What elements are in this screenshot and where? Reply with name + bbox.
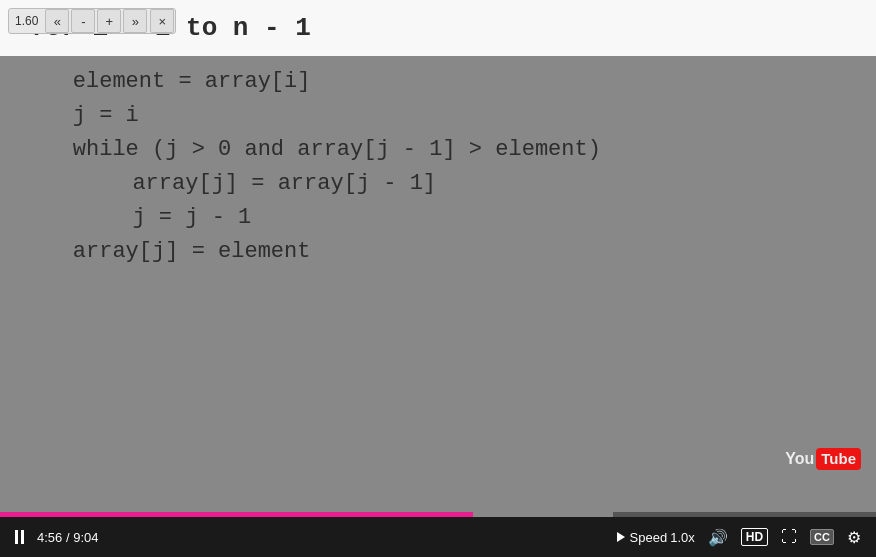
speed-triangle-icon [617,532,625,542]
toolbar-close-button[interactable]: × [150,9,174,33]
fullscreen-icon: ⛶ [781,528,797,546]
code-line-7: array[j] = element [20,235,876,269]
toolbar-minus-button[interactable]: - [71,9,95,33]
time-current: 4:56 [37,530,62,545]
code-line-2: element = array[i] [20,65,876,99]
toolbar-version: 1.60 [9,14,44,28]
youtube-you: You [785,450,814,468]
pause-bar-left [15,530,18,544]
video-container: 1.60 « - + » × for i = 1 to n - 1 elemen… [0,0,876,557]
hd-button[interactable]: HD [741,528,768,546]
time-total: 9:04 [73,530,98,545]
volume-button[interactable]: 🔊 [705,528,731,547]
progress-filled [0,512,473,517]
pause-icon [15,530,24,544]
youtube-tube-box: Tube [816,448,861,470]
toolbar-forward-button[interactable]: » [123,9,147,33]
toolbar-back-button[interactable]: « [45,9,69,33]
code-block: element = array[i] j = i while (j > 0 an… [0,65,876,270]
time-separator: / [66,530,70,545]
pause-bar-right [21,530,24,544]
progress-bar[interactable] [0,512,876,517]
volume-icon: 🔊 [708,528,728,547]
speed-label: Speed [630,530,668,545]
code-toolbar: 1.60 « - + » × [8,8,176,34]
youtube-tube: Tube [821,450,856,467]
fullscreen-button[interactable]: ⛶ [778,528,800,546]
code-area: 1.60 « - + » × for i = 1 to n - 1 elemen… [0,0,876,512]
speed-control[interactable]: Speed 1.0x [617,530,695,545]
youtube-watermark: You Tube [785,448,861,470]
controls-bar: 4:56 / 9:04 Speed 1.0x 🔊 HD ⛶ CC ⚙ [0,517,876,557]
code-line-4: while (j > 0 and array[j - 1] > element) [20,133,876,167]
time-display: 4:56 / 9:04 [37,530,99,545]
pause-button[interactable] [12,530,27,544]
code-line-3: j = i [20,99,876,133]
speed-value: 1.0x [670,530,695,545]
toolbar-plus-button[interactable]: + [97,9,121,33]
code-line-6: j = j - 1 [20,201,876,235]
code-line-5: array[j] = array[j - 1] [20,167,876,201]
settings-icon: ⚙ [847,528,861,547]
youtube-logo: You Tube [785,448,861,470]
cc-button[interactable]: CC [810,529,834,545]
settings-button[interactable]: ⚙ [844,528,864,547]
